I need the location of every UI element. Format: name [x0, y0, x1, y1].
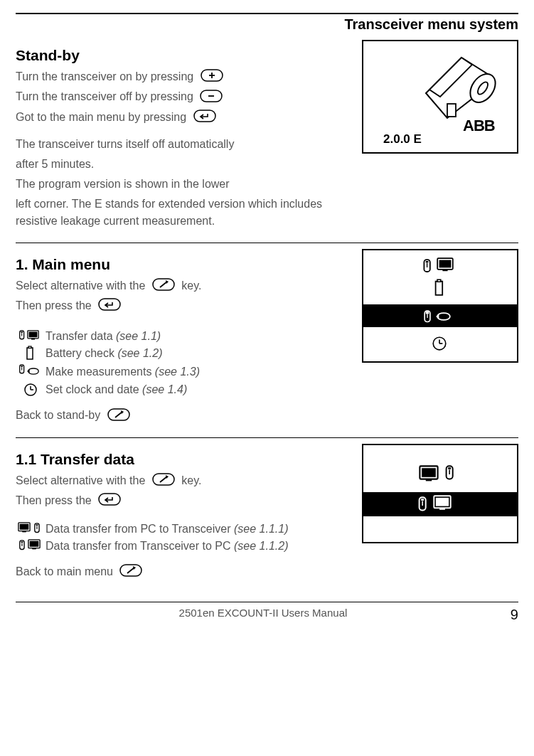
menu-item-label: Transfer data (see 1.1): [46, 330, 161, 343]
transfer-figure: [362, 444, 518, 543]
standby-heading: Stand-by: [16, 47, 353, 64]
main-menu-figure: [362, 249, 518, 363]
menu-item-measure: Make measurements (see 1.3): [16, 364, 353, 380]
page-title: Transceiver menu system: [344, 16, 518, 33]
slash-button-icon: [107, 408, 132, 427]
transfer-item-device-to-pc: Data transfer from Transceiver to PC (se…: [16, 539, 353, 553]
page-footer: 2501en EXCOUNT-II Users Manual 9: [16, 602, 518, 623]
menu-item-clock: Set clock and date (see 1.4): [16, 383, 353, 397]
enter-button-icon: [98, 493, 122, 512]
standby-off-line: Turn the transceiver off by pressing: [16, 88, 353, 105]
slash-button-icon: [152, 473, 176, 492]
slash-button-icon: [119, 564, 144, 583]
transfer-select-line: Select alternative with the key.: [16, 472, 353, 489]
menu-item-label: Battery check (see 1.2): [46, 347, 163, 360]
fig-version-label: 2.0.0 E: [383, 132, 422, 146]
svg-rect-26: [363, 304, 518, 327]
transfer-item-label: Data transfer from PC to Transceiver (se…: [46, 523, 288, 536]
header-bar: Transceiver menu system: [16, 13, 518, 34]
enter-button-icon: [98, 298, 122, 317]
svg-rect-35: [421, 499, 424, 501]
main-menu-heading: 1. Main menu: [16, 256, 353, 273]
svg-rect-29: [426, 312, 428, 314]
svg-rect-37: [436, 497, 449, 506]
minus-button-icon: [200, 90, 224, 109]
footer-page-number: 9: [511, 607, 518, 623]
section-standby: Stand-by Turn the transceiver on by pres…: [16, 40, 518, 243]
menu-item-transfer: Transfer data (see 1.1): [16, 330, 353, 343]
monitor-transceiver-icon: [16, 522, 46, 536]
back-standby-line: Back to stand-by: [16, 407, 353, 424]
clock-icon: [16, 383, 46, 397]
svg-rect-38: [439, 508, 445, 510]
plus-button-icon: [201, 69, 225, 88]
menu-item-battery: Battery check (see 1.2): [16, 346, 353, 361]
main-select-line: Select alternative with the key.: [16, 277, 353, 294]
battery-icon: [16, 346, 46, 361]
version-2: left corner. The E stands for extended v…: [16, 196, 353, 230]
main-then-press-line: Then press the: [16, 297, 353, 314]
section-transfer-data: 1.1 Transfer data Select alternative wit…: [16, 444, 518, 594]
menu-item-label: Set clock and date (see 1.4): [46, 383, 187, 396]
auto-off-1: The transceiver turns itself off automat…: [16, 136, 353, 153]
transfer-then-press-line: Then press the: [16, 492, 353, 509]
transfer-heading: 1.1 Transfer data: [16, 451, 353, 468]
auto-off-2: after 5 minutes.: [16, 156, 353, 173]
transfer-item-pc-to-device: Data transfer from PC to Transceiver (se…: [16, 522, 353, 536]
transceiver-loop-icon: [16, 364, 46, 380]
version-1: The program version is shown in the lowe…: [16, 176, 353, 193]
slash-button-icon: [152, 278, 176, 297]
standby-menu-line: Got to the main menu by pressing: [16, 109, 353, 126]
transfer-item-label: Data transfer from Transceiver to PC (se…: [46, 540, 288, 553]
menu-item-label: Make measurements (see 1.3): [46, 366, 200, 378]
back-main-line: Back to main menu: [16, 563, 353, 580]
transceiver-monitor-icon: [16, 330, 46, 343]
standby-figure: 2.0.0 E ABB: [362, 40, 518, 154]
enter-button-icon: [193, 110, 218, 129]
section-main-menu: 1. Main menu Select alternative with the…: [16, 249, 518, 438]
footer-doc: 2501en EXCOUNT-II Users Manual: [179, 607, 348, 623]
svg-rect-24: [447, 104, 456, 117]
transceiver-monitor-icon: [16, 539, 46, 553]
brand-logo: ABB: [463, 117, 495, 134]
standby-on-line: Turn the transceiver on by pressing: [16, 68, 353, 85]
